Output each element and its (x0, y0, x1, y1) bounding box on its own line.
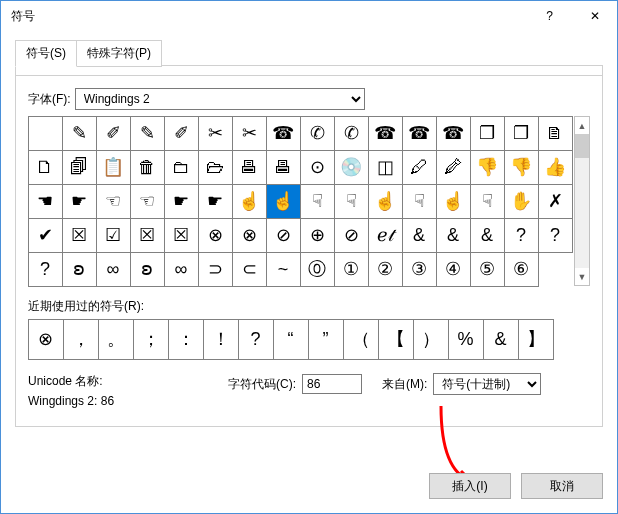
recent-cell[interactable]: ” (308, 319, 344, 360)
symbol-cell[interactable]: ʚ (62, 252, 97, 287)
symbol-cell[interactable]: ① (334, 252, 369, 287)
symbol-cell[interactable]: ∞ (164, 252, 199, 287)
recent-cell[interactable]: （ (343, 319, 379, 360)
symbol-cell[interactable]: ☎ (266, 116, 301, 151)
symbol-cell[interactable]: 🖉 (436, 150, 471, 185)
scroll-up-icon[interactable]: ▲ (575, 117, 589, 134)
symbol-cell[interactable]: ~ (266, 252, 301, 287)
symbol-cell[interactable]: ✂ (198, 116, 233, 151)
recent-cell[interactable]: “ (273, 319, 309, 360)
tab-special-chars[interactable]: 特殊字符(P) (76, 40, 162, 67)
symbol-cell[interactable]: ☛ (164, 184, 199, 219)
symbol-cell[interactable]: 🗋 (28, 150, 63, 185)
symbol-cell[interactable]: ⊗ (232, 218, 267, 253)
symbol-cell[interactable]: ☟ (470, 184, 505, 219)
symbol-cell[interactable]: ⊘ (334, 218, 369, 253)
symbol-cell[interactable]: ✐ (96, 116, 131, 151)
symbol-cell[interactable]: 🗁 (198, 150, 233, 185)
symbol-cell[interactable]: ☝ (436, 184, 471, 219)
charcode-input[interactable] (302, 374, 362, 394)
symbol-cell[interactable]: ʚ (130, 252, 165, 287)
symbol-scrollbar[interactable]: ▲ ▼ (574, 116, 590, 286)
help-button[interactable]: ? (527, 1, 572, 31)
symbol-cell[interactable]: ℯ𝓉 (368, 218, 403, 253)
symbol-cell[interactable]: 🗐 (62, 150, 97, 185)
symbol-cell[interactable]: ☒ (62, 218, 97, 253)
symbol-cell[interactable]: ☜ (96, 184, 131, 219)
font-select[interactable]: Wingdings 2 (75, 88, 365, 110)
symbol-cell[interactable]: & (436, 218, 471, 253)
close-button[interactable]: ✕ (572, 1, 617, 31)
symbol-cell[interactable]: ☟ (334, 184, 369, 219)
recent-grid[interactable]: ⊗，。；：！?“”（【）%&】 (28, 319, 590, 359)
recent-cell[interactable]: 】 (518, 319, 554, 360)
symbol-cell[interactable]: ☎ (402, 116, 437, 151)
symbol-cell[interactable]: ? (538, 218, 573, 253)
symbol-cell[interactable]: ✗ (538, 184, 573, 219)
symbol-cell[interactable]: ✐ (164, 116, 199, 151)
symbol-cell[interactable]: 🗀 (164, 150, 199, 185)
symbol-cell[interactable]: ☟ (402, 184, 437, 219)
symbol-cell[interactable]: ⊗ (198, 218, 233, 253)
symbol-cell[interactable]: ☒ (130, 218, 165, 253)
recent-cell[interactable]: ） (413, 319, 449, 360)
from-select[interactable]: 符号(十进制) (433, 373, 541, 395)
symbol-cell[interactable]: 👍 (538, 150, 573, 185)
recent-cell[interactable]: % (448, 319, 484, 360)
symbol-cell[interactable]: 💿 (334, 150, 369, 185)
recent-cell[interactable]: ， (63, 319, 99, 360)
symbol-cell[interactable]: 👎 (470, 150, 505, 185)
symbol-cell[interactable]: ✔ (28, 218, 63, 253)
symbol-cell[interactable]: ⓪ (300, 252, 335, 287)
symbol-cell[interactable]: ? (504, 218, 539, 253)
symbol-cell[interactable]: 🗎 (538, 116, 573, 151)
symbol-cell[interactable]: ⊙ (300, 150, 335, 185)
symbol-cell[interactable]: ⑤ (470, 252, 505, 287)
symbol-grid[interactable]: ✎✐✎✐✂✂☎✆✆☎☎☎❐❐🗎🗋🗐📋🗑🗀🗁🖶🖶⊙💿◫🖊🖉👎👎👍☚☛☜☜☛☛☝☝☟… (28, 116, 572, 286)
symbol-cell[interactable] (28, 116, 63, 151)
symbol-cell[interactable]: & (402, 218, 437, 253)
recent-cell[interactable]: ； (133, 319, 169, 360)
symbol-cell[interactable]: ☑ (96, 218, 131, 253)
symbol-cell[interactable]: ☒ (164, 218, 199, 253)
recent-cell[interactable]: 【 (378, 319, 414, 360)
symbol-cell[interactable]: ❐ (504, 116, 539, 151)
symbol-cell[interactable]: ? (28, 252, 63, 287)
symbol-cell[interactable]: 👎 (504, 150, 539, 185)
symbol-cell[interactable]: ✋ (504, 184, 539, 219)
symbol-cell[interactable]: ☛ (62, 184, 97, 219)
symbol-cell[interactable]: ☜ (130, 184, 165, 219)
symbol-cell[interactable]: ☝ (368, 184, 403, 219)
symbol-cell[interactable]: ☟ (300, 184, 335, 219)
symbol-cell[interactable]: ④ (436, 252, 471, 287)
recent-cell[interactable]: ！ (203, 319, 239, 360)
symbol-cell[interactable]: ∞ (96, 252, 131, 287)
symbol-cell[interactable]: ☎ (368, 116, 403, 151)
scroll-down-icon[interactable]: ▼ (575, 268, 589, 285)
symbol-cell[interactable]: ✎ (62, 116, 97, 151)
symbol-cell[interactable]: ✆ (334, 116, 369, 151)
symbol-cell[interactable]: ☛ (198, 184, 233, 219)
symbol-cell[interactable]: 📋 (96, 150, 131, 185)
symbol-cell[interactable]: ✆ (300, 116, 335, 151)
tab-symbol[interactable]: 符号(S) (15, 40, 77, 67)
cancel-button[interactable]: 取消 (521, 473, 603, 499)
symbol-cell[interactable]: ◫ (368, 150, 403, 185)
symbol-cell[interactable]: ⑥ (504, 252, 539, 287)
insert-button[interactable]: 插入(I) (429, 473, 511, 499)
symbol-cell[interactable]: ❐ (470, 116, 505, 151)
symbol-cell[interactable]: 🖶 (266, 150, 301, 185)
symbol-cell[interactable]: ✎ (130, 116, 165, 151)
symbol-cell[interactable]: ⊘ (266, 218, 301, 253)
symbol-cell[interactable]: ② (368, 252, 403, 287)
symbol-cell[interactable]: & (470, 218, 505, 253)
symbol-cell[interactable]: ✂ (232, 116, 267, 151)
symbol-cell[interactable]: ☎ (436, 116, 471, 151)
symbol-cell[interactable]: ☝ (232, 184, 267, 219)
symbol-cell[interactable]: ☝ (266, 184, 301, 219)
symbol-cell[interactable]: 🖊 (402, 150, 437, 185)
symbol-cell[interactable]: 🖶 (232, 150, 267, 185)
recent-cell[interactable]: 。 (98, 319, 134, 360)
symbol-cell[interactable]: 🗑 (130, 150, 165, 185)
symbol-cell[interactable]: ☚ (28, 184, 63, 219)
